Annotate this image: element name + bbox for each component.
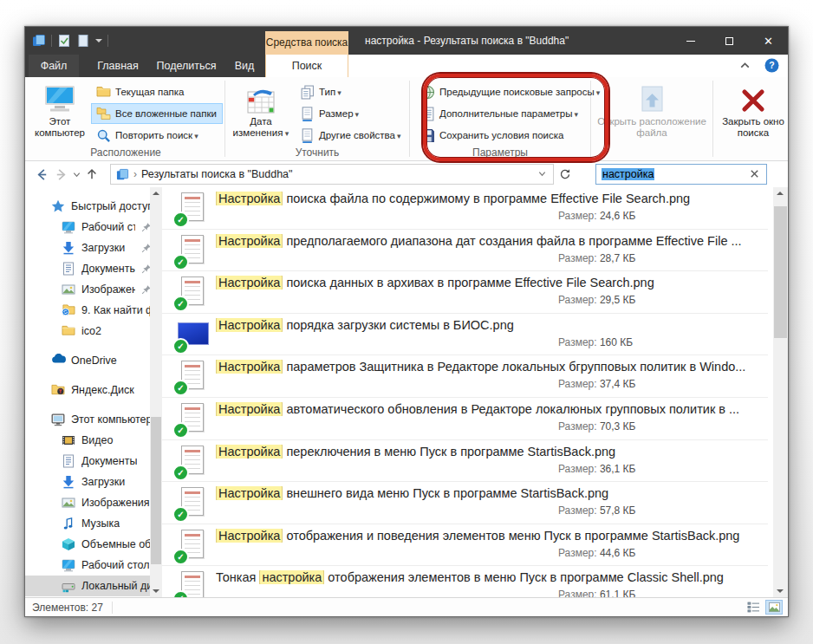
- kind-button[interactable]: Тип: [295, 81, 407, 103]
- sidebar-item-1[interactable]: Рабочий сто: [25, 217, 162, 237]
- advanced-options-button[interactable]: Дополнительные параметры: [415, 103, 605, 125]
- doc-icon: [62, 454, 75, 468]
- sidebar-item-5[interactable]: 9. Как найти фа: [25, 300, 162, 321]
- help-icon[interactable]: ?: [764, 58, 779, 73]
- file-row-8[interactable]: Настройка отображения и поведения элемен…: [162, 524, 768, 567]
- sidebar-item-17[interactable]: Локальный дис: [25, 576, 162, 596]
- search-term-highlight: Настройка: [216, 402, 283, 416]
- thumbnails-view-button[interactable]: [765, 600, 783, 615]
- close-search-button[interactable]: Закрыть окно поиска: [715, 80, 791, 146]
- sidebar-item-8[interactable]: Яндекс.Диск: [25, 380, 162, 400]
- maximize-button[interactable]: [710, 27, 749, 55]
- clear-search-icon[interactable]: [749, 168, 761, 180]
- sidebar-item-16[interactable]: Рабочий стол: [25, 555, 162, 576]
- sync-check-icon: [172, 296, 189, 312]
- address-dropdown-icon[interactable]: [537, 169, 548, 179]
- sidebar-item-0[interactable]: Быстрый доступ: [25, 196, 162, 217]
- sidebar-item-4[interactable]: Изображени: [25, 279, 162, 300]
- file-row-7[interactable]: Настройка внешнего вида меню Пуск в прог…: [162, 482, 768, 524]
- group-label-options: Параметры: [410, 146, 590, 159]
- minimize-button[interactable]: [671, 27, 710, 55]
- history-dropdown-icon[interactable]: [70, 165, 82, 184]
- file-row-0[interactable]: Настройка поиска файла по содержимому в …: [162, 187, 768, 230]
- search-term-highlight: Настройка: [216, 192, 283, 205]
- sidebar-item-6[interactable]: ico2: [25, 321, 162, 342]
- size-label: Размер:: [558, 294, 597, 306]
- recent-searches-button[interactable]: Предыдущие поисковые запросы: [415, 81, 605, 103]
- explorer-icon[interactable]: [32, 34, 46, 48]
- search-term-highlight: Настройка: [216, 318, 283, 332]
- cloud-icon: [51, 354, 65, 368]
- recent-searches-icon: [420, 85, 435, 99]
- breadcrumb[interactable]: Результаты поиска в "Buddha": [141, 168, 293, 180]
- ribbon-tab-row: Файл Главная Поделиться Вид Поиск ?: [25, 55, 788, 77]
- save-search-button[interactable]: Сохранить условия поиска: [415, 124, 605, 146]
- subfolders-icon: [96, 107, 111, 120]
- sidebar-item-7[interactable]: OneDrive: [25, 350, 162, 371]
- file-list-scrollbar[interactable]: [773, 187, 788, 597]
- tab-file[interactable]: Файл: [29, 55, 79, 77]
- size-label: Размер:: [558, 252, 597, 264]
- file-list: Настройка поиска файла по содержимому в …: [162, 187, 773, 597]
- scrollbar-thumb[interactable]: [151, 417, 161, 564]
- details-view-button[interactable]: [745, 600, 762, 615]
- title-bar: Средства поиска настройка - Результаты п…: [25, 27, 788, 55]
- sync-check-icon: [172, 338, 189, 355]
- properties-icon[interactable]: [57, 34, 71, 48]
- tab-share[interactable]: Поделиться: [150, 55, 223, 77]
- file-row-3[interactable]: Настройка порядка загрузки системы в БИО…: [162, 314, 768, 356]
- contextual-tab-search-tools[interactable]: Средства поиска: [265, 31, 348, 55]
- sidebar-item-9[interactable]: Этот компьютер: [25, 409, 162, 430]
- search-again-icon: [96, 128, 111, 142]
- address-bar[interactable]: Результаты поиска в "Buddha": [110, 164, 554, 185]
- size-value: 44,6 КБ: [600, 547, 636, 559]
- sidebar-item-2[interactable]: Загрузки: [25, 237, 162, 258]
- sidebar-item-12[interactable]: Загрузки: [25, 472, 162, 492]
- group-label-refine: Уточнить: [225, 146, 409, 159]
- open-file-location-button[interactable]: Открыть расположение файла: [594, 80, 710, 146]
- customize-toolbar-dropdown-icon[interactable]: [95, 39, 102, 46]
- minimize-icon: [686, 41, 695, 42]
- up-button[interactable]: [82, 165, 101, 184]
- search-value-selected[interactable]: настройка: [602, 168, 654, 180]
- breadcrumb-chevron-icon: [133, 168, 137, 180]
- folder-icon: [96, 85, 111, 99]
- folder-sync-icon: [62, 303, 75, 317]
- size-button[interactable]: Размер: [295, 103, 407, 125]
- file-row-2[interactable]: Настройка поиска данных в архивах в прог…: [162, 271, 768, 314]
- back-button[interactable]: [32, 165, 51, 184]
- forward-button[interactable]: [51, 165, 70, 184]
- sidebar-item-14[interactable]: Музыка: [25, 513, 162, 534]
- close-button[interactable]: [749, 27, 788, 55]
- file-row-1[interactable]: Настройка предполагаемого диапазона дат …: [162, 230, 768, 272]
- sidebar-item-11[interactable]: Документы: [25, 451, 162, 472]
- file-row-6[interactable]: Настройка переключения в меню Пуск в про…: [162, 440, 768, 483]
- sidebar-item-10[interactable]: Видео: [25, 430, 162, 451]
- music-icon: [62, 517, 75, 530]
- date-modified-button[interactable]: Дата изменения: [227, 80, 295, 146]
- other-properties-button[interactable]: Другие свойства: [295, 124, 407, 146]
- video-icon: [62, 433, 75, 447]
- search-again-button[interactable]: Повторить поиск: [91, 124, 223, 146]
- new-folder-icon[interactable]: [76, 34, 90, 48]
- scroll-up-icon: [777, 192, 784, 195]
- refresh-button[interactable]: [556, 165, 575, 184]
- file-row-4[interactable]: Настройка параметров Защитника в Редакто…: [162, 355, 768, 398]
- file-row-9[interactable]: Тонкая настройка отображения элементов в…: [162, 566, 768, 597]
- tab-home[interactable]: Главная: [88, 55, 148, 77]
- file-row-5[interactable]: Настройка автоматического обновления в Р…: [162, 398, 768, 440]
- this-pc-button[interactable]: Этот компьютер: [29, 80, 91, 146]
- current-folder-button[interactable]: Текущая папка: [91, 81, 223, 103]
- sidebar-item-13[interactable]: Изображения: [25, 492, 162, 513]
- sidebar-item-3[interactable]: Документы: [25, 258, 162, 279]
- navigation-scrollbar[interactable]: [150, 187, 162, 597]
- sidebar-item-15[interactable]: Объемные объ: [25, 534, 162, 555]
- scrollbar-thumb[interactable]: [774, 206, 787, 338]
- open-file-location-icon: [637, 82, 667, 114]
- collapse-ribbon-icon[interactable]: [738, 58, 752, 73]
- all-subfolders-button[interactable]: Все вложенные папки: [91, 103, 223, 125]
- close-icon: [764, 36, 773, 47]
- search-input[interactable]: настройка: [595, 164, 767, 185]
- tab-view[interactable]: Вид: [224, 55, 264, 77]
- tab-search-active[interactable]: Поиск: [265, 55, 348, 77]
